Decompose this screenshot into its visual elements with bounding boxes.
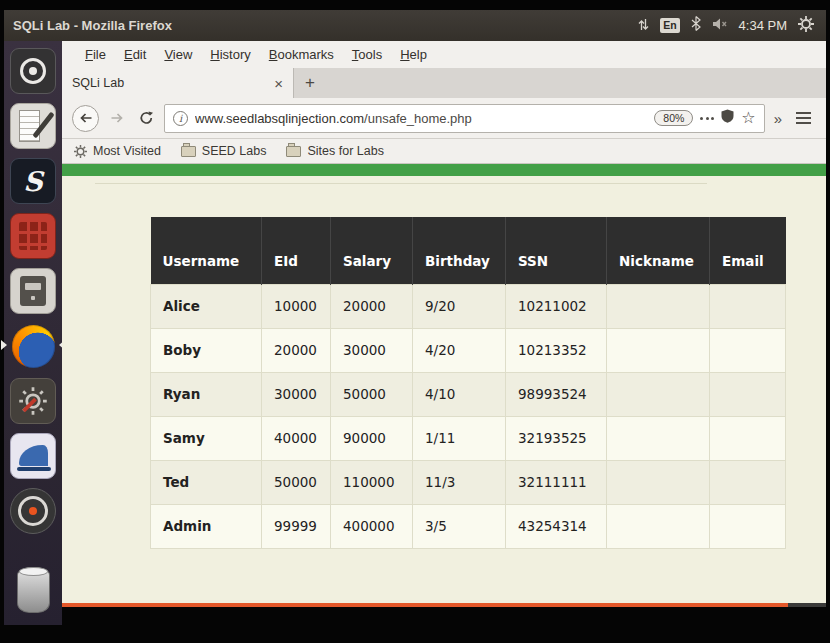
back-button[interactable] [72,105,99,132]
page-content: UsernameEIdSalaryBirthdaySSNNicknameEmai… [62,164,826,603]
unity-launcher [4,41,62,625]
firefox-icon[interactable] [10,323,56,369]
running-indicator [1,340,7,350]
file-cabinet-icon[interactable] [10,268,56,314]
keyboard-indicator-icon[interactable] [638,17,649,35]
language-indicator[interactable]: En [660,18,679,33]
table-cell [607,416,710,460]
tab-title: SQLi Lab [72,76,266,90]
table-cell: Ryan [151,372,262,416]
table-cell: 32193525 [506,416,607,460]
table-cell: 400000 [331,504,413,548]
top-panel: SQLi Lab - Mozilla Firefox En 4:34 PM [4,10,826,41]
column-header: Birthday [413,217,506,284]
menu-tools[interactable]: Tools [343,47,391,62]
table-cell [607,328,710,372]
url-domain: www.seedlabsqlinjection.com [195,111,364,126]
system-tools-icon[interactable] [10,378,56,424]
table-cell [710,504,786,548]
clock[interactable]: 4:34 PM [739,18,787,33]
firefox-globe-glyph [12,325,55,368]
menu-help[interactable]: Help [391,47,436,62]
tab-sqli-lab[interactable]: SQLi Lab × [62,68,294,98]
new-tab-button[interactable]: + [294,68,326,98]
ubuntu-dash-icon[interactable] [10,48,56,94]
table-cell: 20000 [331,284,413,328]
seed-terminal-icon[interactable] [10,158,56,204]
bookmarks-toolbar: Most Visited SEED Labs Sites for Labs [62,139,826,164]
most-visited-gear-icon [74,145,87,158]
reload-button[interactable] [135,111,157,125]
session-gear-icon[interactable] [798,16,814,36]
table-row: Admin999994000003/543254314 [151,504,786,548]
table-cell: Admin [151,504,262,548]
employee-table: UsernameEIdSalaryBirthdaySSNNicknameEmai… [150,217,786,549]
table-cell: 3/5 [413,504,506,548]
table-cell: 32111111 [506,460,607,504]
page-actions-icon[interactable] [700,117,714,120]
back-arrow-icon [79,112,93,124]
wireshark-icon[interactable] [10,433,56,479]
column-header: Salary [331,217,413,284]
table-cell: 11/3 [413,460,506,504]
url-text: www.seedlabsqlinjection.com/unsafe_home.… [195,111,647,126]
table-cell: 1/11 [413,416,506,460]
site-info-icon[interactable]: i [173,111,188,126]
table-cell: 50000 [331,372,413,416]
reload-icon [139,111,154,125]
table-cell: 43254314 [506,504,607,548]
text-editor-icon[interactable] [10,103,56,149]
system-tray: En 4:34 PM [638,16,826,36]
table-cell: 50000 [262,460,331,504]
software-center-ring-glyph [18,496,48,526]
main-menu-icon[interactable] [796,112,811,124]
column-header: Email [710,217,786,284]
menubar: FileEditViewHistoryBookmarksToolsHelp [62,41,826,68]
tab-close-icon[interactable]: × [274,76,283,91]
table-cell [710,328,786,372]
bookmark-label: Sites for Labs [307,144,383,158]
menu-history[interactable]: History [201,47,259,62]
table-cell [710,460,786,504]
red-grid-app-icon[interactable] [10,213,56,259]
tab-bar: SQLi Lab × + [62,68,826,98]
bookmark-seed-labs[interactable]: SEED Labs [181,144,267,158]
forward-button[interactable] [106,112,128,124]
table-cell [710,284,786,328]
bookmark-sites-for-labs[interactable]: Sites for Labs [286,144,383,158]
window-bottom-edge [62,603,826,607]
table-cell: 110000 [331,460,413,504]
software-center-icon[interactable] [10,488,56,534]
page-divider [95,183,707,184]
table-cell [607,504,710,548]
menu-view[interactable]: View [155,47,201,62]
table-cell: 20000 [262,328,331,372]
url-bar[interactable]: i www.seedlabsqlinjection.com/unsafe_hom… [164,104,765,133]
shield-icon[interactable] [721,109,734,127]
bookmark-label: Most Visited [93,144,161,158]
folder-icon [286,146,301,157]
overflow-menu-icon[interactable]: » [772,110,784,127]
bookmark-star-icon[interactable]: ☆ [741,110,755,126]
table-row: Samy40000900001/1132193525 [151,416,786,460]
table-cell: 98993524 [506,372,607,416]
table-cell: 30000 [331,328,413,372]
volume-muted-icon[interactable] [712,17,728,35]
table-row: Alice10000200009/2010211002 [151,284,786,328]
table-cell: 90000 [331,416,413,460]
bookmark-most-visited[interactable]: Most Visited [74,144,161,158]
forward-arrow-icon [110,112,124,124]
table-cell: 4/10 [413,372,506,416]
table-cell [607,284,710,328]
table-cell: 4/20 [413,328,506,372]
table-cell: Boby [151,328,262,372]
bluetooth-icon[interactable] [691,16,701,35]
table-cell: Ted [151,460,262,504]
menu-file[interactable]: File [76,47,115,62]
table-cell: Samy [151,416,262,460]
trash-icon[interactable] [17,567,50,613]
menu-bookmarks[interactable]: Bookmarks [260,47,343,62]
menu-edit[interactable]: Edit [115,47,155,62]
zoom-level-badge[interactable]: 80% [654,110,693,126]
table-cell [710,416,786,460]
